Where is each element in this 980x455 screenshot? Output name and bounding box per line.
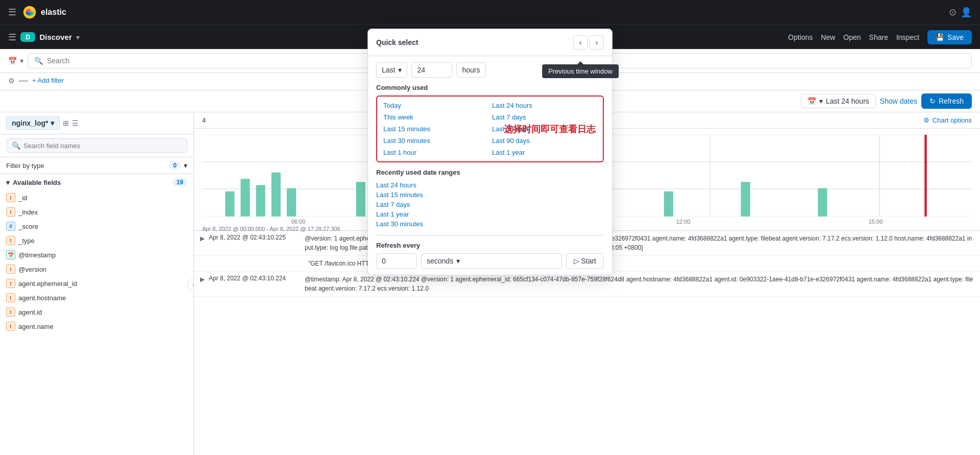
grid-icon[interactable]: ⊞: [63, 119, 69, 127]
number-input[interactable]: [411, 62, 452, 78]
cu-today[interactable]: Today: [383, 101, 488, 110]
commonly-used-title: Commonly used: [376, 84, 604, 91]
chart-options-button[interactable]: ⚙ Chart options: [923, 116, 972, 124]
new-link[interactable]: New: [821, 33, 835, 41]
prev-time-button[interactable]: ‹ Previous time window: [573, 35, 587, 50]
ru-last-30m[interactable]: Last 30 minutes: [376, 219, 604, 229]
field-name: agent.ephemeral_id: [18, 280, 77, 288]
field-item[interactable]: t agent.name: [0, 319, 193, 333]
field-item[interactable]: # _score: [0, 219, 193, 233]
field-item[interactable]: t agent.ephemeral_id: [0, 276, 193, 291]
cu-last-15m[interactable]: Last 15 minutes: [383, 124, 488, 134]
save-icon: 💾: [936, 33, 944, 41]
field-name: @timestamp: [18, 251, 56, 259]
result-count: 4: [202, 116, 206, 124]
search-left-icons: 📅 ▾: [8, 57, 23, 65]
start-button[interactable]: ▷ Start: [566, 253, 604, 269]
svg-rect-15: [272, 173, 281, 217]
open-link[interactable]: Open: [843, 33, 861, 41]
svg-rect-22: [741, 182, 750, 217]
cu-last-24h[interactable]: Last 24 hours: [492, 101, 597, 110]
chevron-left-icon: ‹: [579, 38, 582, 46]
elastic-logo: elastic: [22, 5, 66, 19]
discover-chevron-icon[interactable]: ▾: [76, 33, 80, 41]
svg-rect-23: [818, 188, 827, 217]
field-item[interactable]: 📅 @timestamp: [0, 248, 193, 262]
inspect-link[interactable]: Inspect: [896, 33, 919, 41]
discover-label: Discover: [39, 33, 71, 41]
user-avatar: D: [26, 33, 30, 41]
list-icon[interactable]: ☰: [72, 119, 79, 127]
index-pattern-badge[interactable]: nginx_log* ▾: [6, 116, 60, 130]
log-timestamp: Apr 8, 2022 @ 02:43:10.225: [209, 234, 301, 241]
field-name: _type: [18, 237, 35, 245]
refresh-button[interactable]: ↻ Refresh: [921, 93, 972, 109]
sidebar-toggle-icon[interactable]: ☰: [8, 32, 16, 43]
filter-count-badge: 0: [169, 161, 181, 170]
field-type-badge: t: [6, 293, 15, 302]
field-item[interactable]: t agent.id: [0, 305, 193, 319]
user-icon[interactable]: 👤: [961, 7, 972, 18]
field-item[interactable]: t _type: [0, 233, 193, 248]
field-search-icon: 🔍: [12, 141, 20, 150]
discover-badge[interactable]: D: [20, 32, 35, 42]
field-name: _index: [18, 208, 38, 216]
help-icon[interactable]: ⊙: [949, 7, 957, 18]
field-name: agent.id: [18, 308, 42, 316]
filter-type-chevron: ▾: [184, 161, 187, 170]
refresh-unit-select[interactable]: seconds ▾: [421, 253, 562, 269]
options-link[interactable]: Options: [788, 33, 813, 41]
field-type-badge: t: [6, 207, 15, 217]
cu-last-1h[interactable]: Last 1 hour: [383, 148, 488, 157]
next-time-button[interactable]: ›: [590, 35, 604, 50]
search-icon: 🔍: [34, 57, 43, 65]
field-item[interactable]: t @version: [0, 262, 193, 276]
field-item[interactable]: t agent.hostname: [0, 291, 193, 305]
field-type-badge: t: [6, 279, 15, 288]
field-item[interactable]: t _index: [0, 205, 193, 219]
ru-last-15m[interactable]: Last 15 minutes: [376, 190, 604, 200]
hamburger-icon[interactable]: ☰: [8, 7, 16, 18]
field-type-badge: t: [6, 193, 15, 202]
ru-last-24h[interactable]: Last 24 hours: [376, 180, 604, 190]
ru-last-7d[interactable]: Last 7 days: [376, 200, 604, 209]
field-name: _id: [18, 194, 27, 202]
popup-title: Quick select: [376, 38, 419, 46]
field-list: t _id t _index # _score t _type 📅 @times…: [0, 190, 193, 455]
available-count-badge: 19: [173, 178, 187, 186]
field-type-badge: t: [6, 265, 15, 274]
dropdown-icon[interactable]: ▾: [20, 57, 23, 65]
svg-point-0: [23, 6, 36, 19]
refresh-icon: ↻: [929, 97, 936, 105]
filter-type-row[interactable]: Filter by type 0 ▾: [0, 157, 193, 174]
refresh-unit-chevron: ▾: [456, 257, 460, 265]
time-range-button[interactable]: 📅 ▾ Last 24 hours: [801, 94, 876, 108]
cu-last-7d[interactable]: Last 7 days: [492, 112, 597, 122]
field-type-badge: 📅: [6, 250, 15, 259]
field-item[interactable]: t _id: [0, 190, 193, 205]
sidebar: nginx_log* ▾ ⊞ ☰ 🔍 Filter by type 0 ▾ ▾: [0, 112, 194, 455]
filter-dash: —: [19, 75, 28, 86]
svg-rect-14: [256, 185, 265, 217]
save-button[interactable]: 💾 Save: [927, 30, 972, 44]
filter-icon[interactable]: ⚙: [8, 77, 15, 85]
cu-last-90d[interactable]: Last 90 days: [492, 136, 597, 146]
field-type-badge: t: [6, 322, 15, 331]
log-expand-button[interactable]: ▶: [200, 235, 205, 242]
log-expand-button[interactable]: ▶: [200, 276, 205, 283]
field-search-input[interactable]: [23, 142, 182, 150]
field-type-badge: t: [6, 307, 15, 317]
refresh-value-input[interactable]: [376, 253, 417, 269]
available-fields-header[interactable]: ▾ Available fields 19: [0, 174, 193, 190]
filter-type-label: Filter by type: [6, 162, 44, 170]
ru-last-1y[interactable]: Last 1 year: [376, 209, 604, 219]
cu-last-30m[interactable]: Last 30 minutes: [383, 136, 488, 146]
show-dates-button[interactable]: Show dates: [880, 97, 917, 105]
cu-last-1y[interactable]: Last 1 year: [492, 148, 597, 157]
period-select[interactable]: Last ▾: [376, 62, 407, 78]
share-link[interactable]: Share: [869, 33, 888, 41]
add-filter-button[interactable]: + Add filter: [32, 77, 64, 84]
cu-this-week[interactable]: This week: [383, 112, 488, 122]
refresh-every-label: Refresh every: [376, 242, 604, 249]
recently-used-title: Recently used date ranges: [376, 169, 604, 176]
